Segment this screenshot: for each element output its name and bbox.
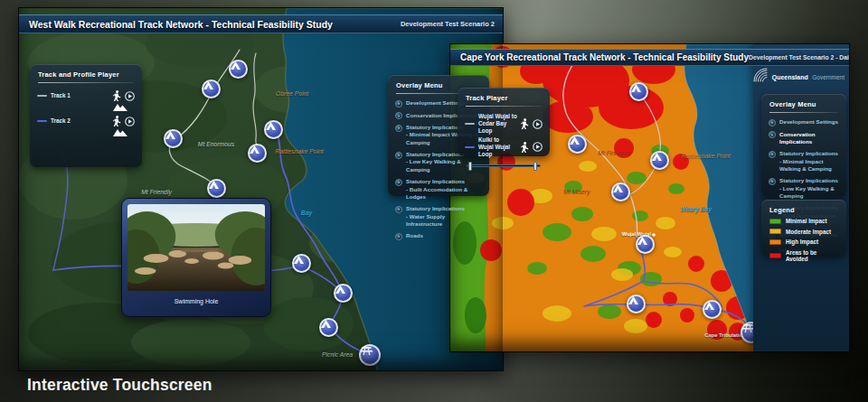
toggle-icon[interactable] (395, 152, 402, 159)
campsite-marker[interactable] (202, 79, 221, 98)
overlay-menu-item[interactable]: Roads (388, 232, 489, 240)
track-list: Wujal Wujal toCedar Bay Loop (458, 112, 550, 158)
tent-icon (266, 122, 276, 130)
cape-york-titlebar: Cape York Recreational Track Network - T… (450, 49, 849, 66)
campsite-marker[interactable] (164, 129, 183, 148)
legend-list: Minimal Impact Moderate Impact High Impa… (761, 218, 846, 262)
photo-popup[interactable]: Swimming Hole (121, 198, 271, 317)
campsite-marker[interactable] (207, 179, 226, 198)
tent-icon (631, 84, 641, 92)
track-name: Track 1 (51, 92, 109, 99)
menu-item-label: Statutory Implications- Built Accomodati… (406, 178, 482, 201)
campsite-marker[interactable] (568, 135, 587, 154)
legend-color-swatch (769, 219, 781, 224)
menu-item-label: Development Settings (779, 118, 838, 126)
legend-label: Minimal Impact (786, 218, 827, 224)
toggle-icon[interactable] (395, 206, 402, 213)
tent-icon (231, 61, 241, 70)
overlay-menu-panel: Overlay Menu Development Settings Conser… (761, 94, 846, 197)
legend-row: High Impact (761, 238, 846, 245)
tent-icon (704, 302, 714, 310)
toggle-icon[interactable] (395, 100, 402, 108)
tent-icon (203, 81, 213, 89)
tent-icon (637, 237, 647, 245)
campsite-marker[interactable] (627, 294, 646, 313)
profile-button-row (30, 126, 142, 139)
campsite-marker[interactable] (229, 60, 248, 79)
campsite-marker[interactable] (650, 151, 669, 170)
campsite-marker[interactable] (359, 344, 381, 366)
campsite-marker[interactable] (611, 182, 630, 201)
tent-icon (209, 181, 219, 189)
tent-icon (335, 285, 345, 294)
overlay-menu-item[interactable]: Statutory Implications- Low Key Walking … (761, 177, 846, 200)
play-button[interactable] (125, 91, 135, 101)
legend-panel: Legend Minimal Impact Moderate Impact Hi… (761, 200, 846, 256)
track-entry: Track 2 (30, 114, 142, 139)
campsite-marker[interactable] (629, 82, 648, 101)
tent-icon (628, 296, 638, 304)
toggle-icon[interactable] (395, 179, 402, 186)
toggle-icon[interactable] (395, 112, 402, 119)
picnic-table-icon (361, 346, 373, 355)
river-scene-graphic (127, 204, 265, 291)
track-color-swatch (37, 95, 47, 97)
menu-item-label: Statutory Implications- Water Supply Inf… (406, 205, 482, 228)
track-progress-slider[interactable] (467, 164, 541, 167)
tent-icon (294, 256, 304, 264)
track-name: Kulki toWujal Wujal Loop (478, 136, 517, 159)
west-walk-window: Obree PointRattlesnake PointMt EnormousM… (18, 7, 504, 371)
overlay-menu-item[interactable]: Development Settings (761, 118, 846, 126)
screen-caption: Interactive Touchscreen (27, 376, 212, 395)
slider-handle-start[interactable] (468, 162, 472, 171)
campsite-marker[interactable] (248, 144, 267, 163)
legend-row: Minimal Impact (761, 218, 846, 224)
mountain-profile-icon[interactable] (113, 128, 127, 136)
divider (38, 82, 134, 83)
scenario-label: Development Test Scenario 2 - Daintree O… (749, 54, 850, 61)
logo-line-2: Government (812, 74, 844, 80)
tent-icon (570, 136, 580, 145)
toggle-icon[interactable] (769, 119, 776, 126)
tent-icon (613, 184, 623, 192)
mountain-profile-icon[interactable] (113, 103, 127, 111)
tent-icon (250, 145, 259, 154)
overlay-menu-item[interactable]: Statutory Implications- Built Accomodati… (388, 178, 489, 201)
track-profile-player-panel: Track and Profile Player Track 1 (30, 64, 142, 167)
campsite-marker[interactable] (334, 284, 353, 303)
toggle-icon[interactable] (769, 151, 776, 158)
track-color-swatch (465, 123, 475, 125)
hiker-icon (113, 116, 121, 126)
overlay-menu-item[interactable]: Conservation Implications (761, 131, 846, 146)
menu-item-label: Conservation Implications (779, 131, 839, 146)
campsite-marker[interactable] (292, 254, 311, 273)
campsite-marker[interactable] (703, 300, 722, 319)
play-button[interactable] (125, 117, 135, 126)
toggle-icon[interactable] (395, 125, 402, 132)
play-button[interactable] (533, 119, 542, 129)
menu-item-label: Statutory Implications- Minimal Impact W… (779, 150, 839, 173)
panel-title: Overlay Menu (761, 94, 846, 112)
campsite-marker[interactable] (636, 235, 655, 254)
panel-title: Legend (761, 200, 846, 218)
play-button[interactable] (533, 142, 542, 152)
logo-line-1: Queensland (772, 74, 808, 80)
campsite-marker[interactable] (264, 120, 283, 139)
divider (466, 106, 542, 107)
campsite-marker[interactable] (319, 318, 338, 337)
queensland-government-logo: Queensland Government (751, 66, 844, 84)
toggle-icon[interactable] (769, 131, 776, 138)
overlay-menu-item[interactable]: Statutory Implications- Water Supply Inf… (388, 205, 489, 228)
slider-handle-end[interactable] (533, 162, 537, 171)
overlay-menu-item[interactable]: Statutory Implications- Minimal Impact W… (761, 150, 846, 173)
tent-icon (652, 153, 662, 161)
window-title: Cape York Recreational Track Network - T… (450, 52, 749, 62)
divider (769, 112, 838, 113)
toggle-icon[interactable] (769, 178, 776, 185)
legend-label: Areas to be Avoided (786, 249, 838, 262)
legend-color-swatch (769, 239, 781, 245)
legend-label: High Impact (786, 238, 818, 245)
menu-item-label: Statutory Implications- Low Key Walking … (779, 177, 839, 200)
toggle-icon[interactable] (395, 233, 402, 240)
track-color-swatch (37, 120, 47, 122)
